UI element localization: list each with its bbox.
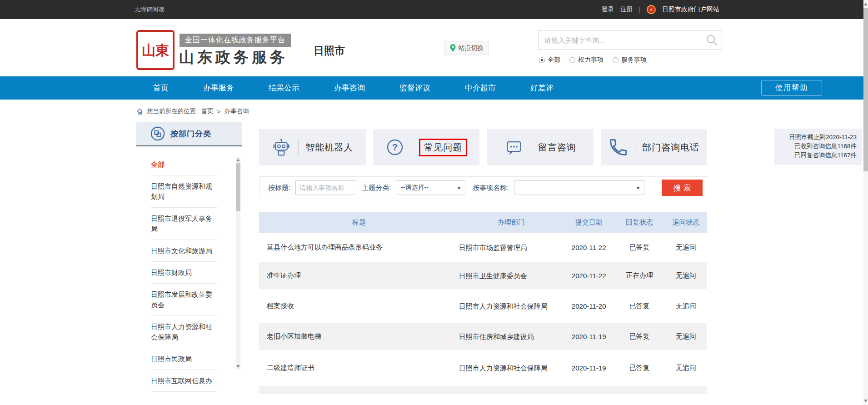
table-row: 二级建造师证书 日照市人力资源和社会保障局 2020-11-19 已答复 无追问: [259, 350, 707, 386]
tab-divider: [531, 140, 531, 155]
sidebar-item-human-resources[interactable]: 日照市人力资源和社会保障局: [151, 316, 217, 348]
nav-item-rating[interactable]: 好差评: [530, 83, 554, 93]
question-icon: ?: [385, 137, 405, 157]
location-pin-icon: [450, 44, 456, 52]
chevron-down-icon: [636, 187, 640, 190]
nav-item-supervision[interactable]: 监督评议: [399, 83, 430, 93]
tab-faq[interactable]: ? 常见问题: [373, 129, 480, 165]
table-row: 老旧小区加装电梯 日照市住房和城乡建设局 2020-11-19 已答复 无追问: [259, 323, 707, 350]
filter-item-label: 按事项名称:: [473, 184, 509, 192]
header-follow-status: 追问状态: [665, 218, 707, 227]
main-navbar: 首页 办事服务 结果公示 办事咨询 监督评议 中介超市 好差评 使用帮助: [0, 76, 868, 100]
stats-line-replied: 已回复咨询信息1167件: [779, 151, 857, 160]
keyword-search-input[interactable]: [539, 30, 699, 50]
site-switch-button[interactable]: 站点切换: [444, 41, 489, 55]
row-reply-status: 已答复: [614, 332, 665, 341]
breadcrumb: 您当前所在的位置: 首页 > 办事咨询: [136, 105, 249, 118]
scroll-up-icon[interactable]: [236, 157, 240, 163]
login-link[interactable]: 登录: [602, 5, 614, 14]
row-date: 2020-11-22: [564, 244, 614, 251]
row-dept: 日照市住房和城乡建设局: [459, 331, 564, 342]
row-date: 2020-11-20: [564, 302, 614, 310]
portal-link[interactable]: 日照市政府门户网站: [662, 5, 719, 14]
row-date: 2020-11-22: [564, 272, 614, 280]
row-title-link[interactable]: 莒县什么地方可以办理商品条形码业务: [259, 243, 459, 252]
tab-phone-consult[interactable]: 部门咨询电话: [601, 129, 708, 165]
sidebar-item-culture-tourism[interactable]: 日照市文化和旅游局: [151, 240, 217, 262]
sidebar-item-development-reform[interactable]: 日照市发展和改革委员会: [151, 284, 217, 316]
search-icon[interactable]: [706, 34, 718, 46]
filter-title-input[interactable]: [295, 180, 356, 195]
sidebar-item-all[interactable]: 全部: [151, 154, 217, 175]
tab-divider: [635, 140, 635, 155]
row-follow-status: 无追问: [665, 364, 707, 372]
sidebar-scrollbar[interactable]: [236, 157, 240, 369]
consult-channel-tabs: 智能机器人 ? 常见问题 留言咨询: [259, 129, 707, 165]
search-button[interactable]: 搜 索: [662, 180, 703, 196]
accessibility-link[interactable]: 无障碍阅读: [135, 5, 164, 14]
nav-menu: 首页 办事服务 结果公示 办事咨询 监督评议 中介超市 好差评: [153, 76, 554, 100]
row-title-link[interactable]: 准生证办理: [259, 271, 459, 280]
robot-icon: [271, 137, 291, 157]
radio-selected-icon: [539, 57, 545, 63]
radio-all[interactable]: 全部: [539, 56, 560, 64]
home-icon: [136, 108, 143, 115]
city-name: 日照市: [314, 44, 345, 58]
header-reply-status: 回复状态: [614, 218, 665, 227]
radio-all-label: 全部: [548, 56, 560, 64]
tab-smart-robot[interactable]: 智能机器人: [259, 129, 366, 165]
scroll-down-icon[interactable]: [863, 398, 868, 404]
tab-divider: [412, 140, 412, 155]
radio-power-label: 权力事项: [578, 56, 604, 64]
breadcrumb-home[interactable]: 首页: [201, 107, 214, 115]
row-dept: 日照市卫生健康委员会: [459, 270, 564, 281]
row-reply-status: 已答复: [614, 302, 665, 310]
table-body: 莒县什么地方可以办理商品条形码业务 日照市市场监督管理局 2020-11-22 …: [259, 233, 707, 394]
sidebar-item-civil-affairs[interactable]: 日照市民政局: [151, 348, 217, 370]
row-reply-status: 正在办理: [614, 271, 665, 280]
row-dept: 日照市市场监督管理局: [459, 242, 564, 253]
page-scrollbar[interactable]: [863, 0, 868, 405]
radio-service-items[interactable]: 服务事项: [613, 56, 647, 64]
row-title-link[interactable]: 档案接收: [259, 302, 459, 310]
tab-message-consult[interactable]: 留言咨询: [487, 129, 594, 165]
sidebar-item-natural-resources[interactable]: 日照市自然资源和规划局: [151, 175, 217, 208]
brand-title: 山东政务服务: [179, 47, 288, 68]
breadcrumb-separator: >: [217, 108, 221, 115]
page-scroll-thumb[interactable]: [863, 8, 868, 171]
sidebar-item-internet-info[interactable]: 日照市互联网信息办: [151, 370, 217, 392]
scroll-up-icon[interactable]: [863, 1, 868, 7]
table-row: 莒县什么地方可以办理商品条形码业务 日照市市场监督管理局 2020-11-22 …: [259, 233, 707, 262]
radio-service-label: 服务事项: [621, 56, 647, 64]
radio-power-items[interactable]: 权力事项: [569, 56, 604, 64]
item-name-select[interactable]: [514, 180, 644, 195]
register-link[interactable]: 注册: [620, 5, 633, 14]
site-switch-label: 站点切换: [459, 44, 484, 52]
seal-text: 山東: [142, 43, 169, 58]
nav-item-services[interactable]: 办事服务: [203, 83, 234, 93]
sidebar-scroll-thumb[interactable]: [236, 163, 240, 211]
sidebar-item-veterans[interactable]: 日照市退役军人事务局: [151, 208, 217, 240]
svg-text:?: ?: [392, 142, 398, 152]
search-scope-options: 全部 权力事项 服务事项: [539, 56, 647, 64]
category-select[interactable]: --请选择--: [396, 180, 465, 195]
category-icon: [150, 126, 165, 141]
scroll-down-icon[interactable]: [236, 364, 240, 369]
filter-bar: 按标题: 主题分类: --请选择-- 按事项名称: 搜 索: [259, 176, 707, 199]
nav-item-consult[interactable]: 办事咨询: [334, 83, 365, 93]
help-button[interactable]: 使用帮助: [761, 80, 822, 96]
nav-item-home[interactable]: 首页: [153, 83, 169, 93]
filter-category-label: 主题分类:: [362, 184, 391, 192]
department-list: 全部 日照市自然资源和规划局 日照市退役军人事务局 日照市文化和旅游局 日照市财…: [136, 146, 242, 392]
row-dept: 日照市人力资源和社会保障局: [459, 300, 564, 312]
top-right-links: 登录 注册 | ★ 日照市政府门户网站: [602, 0, 719, 19]
platform-tagline: 全国一体化在线政务服务平台: [180, 34, 291, 47]
nav-item-intermediary[interactable]: 中介超市: [465, 83, 496, 93]
sidebar-item-finance[interactable]: 日照市财政局: [151, 262, 217, 284]
row-title-link[interactable]: 老旧小区加装电梯: [259, 332, 459, 341]
department-sidebar: 按部门分类 全部 日照市自然资源和规划局 日照市退役军人事务局 日照市文化和旅游…: [136, 122, 242, 405]
row-title-link[interactable]: 二级建造师证书: [259, 364, 459, 372]
nav-item-results[interactable]: 结果公示: [269, 83, 299, 93]
table-row-partial: [259, 386, 707, 394]
row-reply-status: 已答复: [614, 243, 665, 252]
